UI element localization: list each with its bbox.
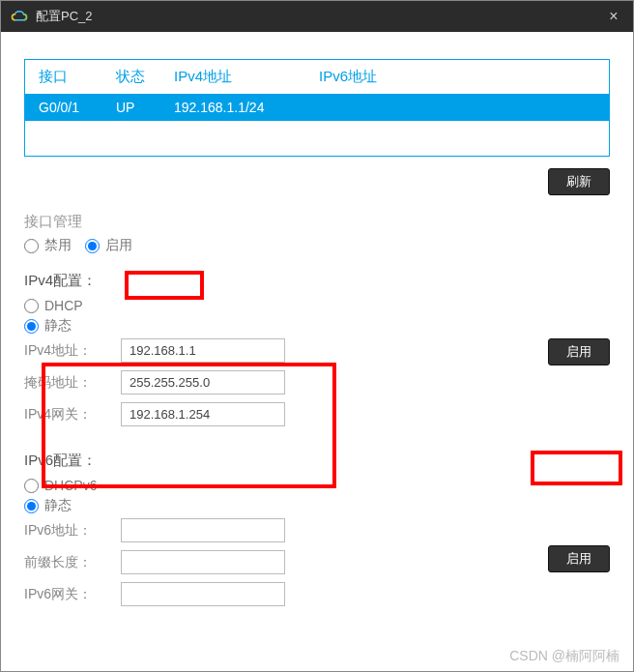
ipv4-addr-label: IPv4地址： [24, 342, 121, 360]
cloud-icon [11, 10, 28, 23]
radio-static-v4[interactable]: 静态 [24, 317, 72, 335]
ipv4-gw-label: IPv4网关： [24, 406, 121, 424]
refresh-button[interactable]: 刷新 [548, 168, 610, 195]
ipv4-config-title: IPv4配置： [24, 272, 610, 290]
cell-interface: G0/0/1 [39, 100, 116, 115]
header-state: 状态 [116, 68, 174, 86]
table-empty-area [25, 121, 609, 156]
radio-dhcp-input[interactable] [24, 299, 39, 313]
ipv4-mask-label: 掩码地址： [24, 374, 121, 392]
titlebar: 配置PC_2 × [1, 1, 633, 32]
table-row[interactable]: G0/0/1 UP 192.168.1.1/24 [25, 94, 609, 121]
ipv6-prefix-label: 前缀长度： [24, 554, 121, 571]
radio-static-v4-label: 静态 [44, 317, 72, 335]
interface-mgmt-title: 接口管理 [24, 213, 610, 231]
radio-dhcpv6-input[interactable] [24, 479, 39, 493]
radio-static-v6-input[interactable] [24, 499, 39, 513]
radio-enable-input[interactable] [85, 239, 100, 253]
cell-ipv4: 192.168.1.1/24 [174, 100, 319, 115]
apply-ipv4-button[interactable]: 启用 [548, 338, 610, 365]
ipv6-gw-label: IPv6网关： [24, 586, 121, 603]
content-area: 接口 状态 IPv4地址 IPv6地址 G0/0/1 UP 192.168.1.… [1, 32, 633, 624]
radio-static-v6[interactable]: 静态 [24, 497, 72, 514]
ipv6-addr-input[interactable] [121, 518, 285, 542]
radio-static-v6-label: 静态 [44, 497, 72, 514]
ipv4-mask-input[interactable] [121, 370, 285, 394]
radio-dhcpv6-label: DHCPv6 [44, 478, 97, 493]
cell-ipv6 [319, 100, 595, 115]
radio-disable-label: 禁用 [44, 237, 72, 254]
interface-table: 接口 状态 IPv4地址 IPv6地址 G0/0/1 UP 192.168.1.… [24, 59, 610, 157]
radio-static-v4-input[interactable] [24, 319, 39, 334]
ipv6-prefix-input[interactable] [121, 550, 285, 574]
radio-disable[interactable]: 禁用 [24, 237, 72, 254]
header-interface: 接口 [39, 68, 116, 86]
apply-ipv6-button[interactable]: 启用 [548, 545, 610, 572]
radio-dhcp[interactable]: DHCP [24, 298, 83, 313]
close-icon[interactable]: × [604, 7, 623, 26]
ipv6-config-title: IPv6配置： [24, 452, 610, 470]
radio-enable-label: 启用 [105, 237, 132, 254]
table-header: 接口 状态 IPv4地址 IPv6地址 [25, 60, 609, 94]
radio-dhcpv6[interactable]: DHCPv6 [24, 478, 97, 493]
header-ipv6: IPv6地址 [319, 68, 595, 86]
ipv4-addr-input[interactable] [121, 338, 285, 363]
config-window: 配置PC_2 × 接口 状态 IPv4地址 IPv6地址 G0/0/1 UP 1… [0, 0, 634, 672]
radio-dhcp-label: DHCP [44, 298, 83, 313]
ipv6-gw-input[interactable] [121, 582, 285, 606]
window-title: 配置PC_2 [36, 8, 604, 25]
interface-mgmt-radios: 禁用 启用 [24, 237, 610, 254]
radio-enable[interactable]: 启用 [85, 237, 132, 254]
watermark: CSDN @楠阿阿楠 [509, 648, 620, 665]
header-ipv4: IPv4地址 [174, 68, 319, 86]
radio-disable-input[interactable] [24, 239, 39, 253]
ipv6-addr-label: IPv6地址： [24, 522, 121, 540]
cell-state: UP [116, 100, 174, 115]
ipv4-gw-input[interactable] [121, 402, 285, 426]
